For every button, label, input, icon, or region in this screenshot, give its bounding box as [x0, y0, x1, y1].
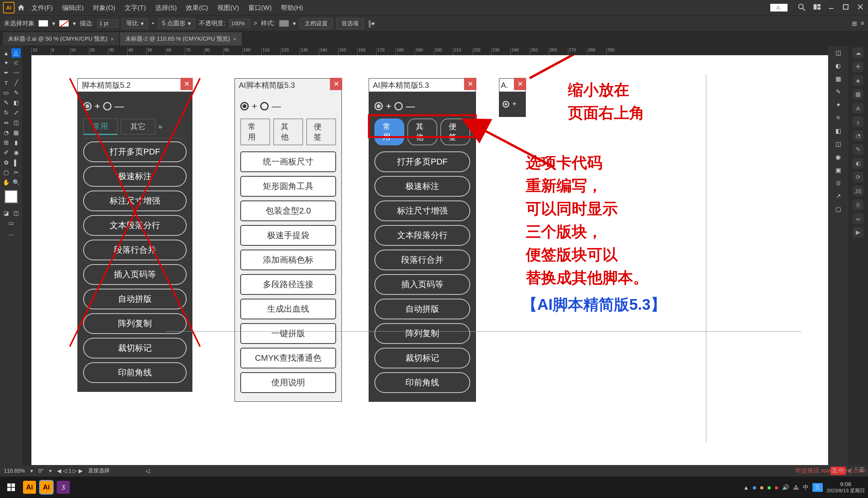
mini-panel-slot[interactable]: A. [770, 4, 788, 12]
menu-select[interactable]: 选择(S) [151, 2, 181, 14]
curvature-tool[interactable]: 〰 [11, 68, 21, 77]
doc-setup-button[interactable]: 文档设置 [300, 18, 333, 29]
rotate-tool[interactable]: ↻ [2, 108, 11, 117]
btn-color-label[interactable]: 添加画稿色标 [240, 250, 336, 270]
tab-close-icon[interactable]: × [110, 36, 114, 42]
btn-path-join[interactable]: 多段路径连接 [240, 274, 336, 295]
gradient-panel-icon[interactable]: ◧ [833, 126, 843, 136]
menu-help[interactable]: 帮助(H) [277, 2, 307, 14]
menu-type[interactable]: 文字(T) [121, 2, 150, 14]
btn-cmyk-pantone[interactable]: CMYK查找潘通色 [240, 348, 336, 368]
taskbar-clock[interactable]: 9:06 2023/8/13 星期日 [827, 481, 865, 494]
btn-round-corner[interactable]: 矩形圆角工具 [240, 176, 336, 197]
radio-on[interactable] [240, 102, 249, 110]
opacity-value[interactable]: 100% [229, 19, 250, 28]
mesh-tool[interactable]: ⊞ [2, 138, 11, 147]
menu-edit[interactable]: 编辑(E) [58, 2, 88, 14]
appearance-icon[interactable]: ◉ [833, 152, 843, 162]
start-icon[interactable] [3, 479, 19, 495]
doc-tab-1[interactable]: 未标题-2.ai @ 50 % (CMYK/CPU 预览)× [2, 32, 120, 46]
color-icon[interactable]: ◐ [833, 61, 843, 71]
free-transform-tool[interactable]: ◫ [11, 118, 21, 127]
shape-builder-tool[interactable]: ◔ [2, 128, 11, 137]
btn-open-pdf[interactable]: 打开多页PDF [374, 151, 470, 172]
btn-para-merge[interactable]: 段落行合并 [374, 250, 470, 270]
btn-text-split[interactable]: 文本段落分行 [374, 225, 470, 246]
ext10-icon[interactable]: JS [853, 186, 863, 196]
align-icon[interactable]: ╠▾ [368, 20, 375, 27]
fill-stroke-swatch[interactable] [5, 190, 18, 203]
btn-prepress-lines[interactable]: 印前角线 [374, 372, 470, 393]
lasso-tool[interactable]: ⊂ [11, 58, 21, 67]
radio-on[interactable] [83, 102, 92, 110]
magic-wand-tool[interactable]: ✦ [2, 58, 11, 67]
brush-preset[interactable]: 5 点圆形▾ [158, 18, 195, 29]
artboard-tool[interactable]: ▢ [2, 168, 11, 177]
ext13-icon[interactable]: ▶ [853, 227, 863, 238]
tab-common[interactable]: 常用 [374, 118, 404, 145]
ext7-icon[interactable]: ✎ [853, 144, 863, 155]
tab-notes[interactable]: 便签 [440, 118, 470, 145]
btn-auto-impose[interactable]: 自动拼版 [374, 299, 470, 319]
asset-export-icon[interactable]: ↗ [833, 191, 843, 201]
symbol-spray-tool[interactable]: ✿ [2, 158, 11, 167]
ext2-icon[interactable]: ♣ [853, 75, 863, 86]
btn-crop-marks[interactable]: 裁切标记 [83, 338, 187, 358]
panel-52-close[interactable]: ✕ [180, 78, 193, 90]
brush-tool[interactable]: ✎ [11, 88, 21, 97]
properties-icon[interactable]: ◫ [833, 48, 843, 58]
radio-on[interactable] [502, 101, 509, 108]
libraries-icon[interactable]: ☁ [853, 48, 863, 58]
search-icon[interactable] [797, 3, 807, 12]
home-icon[interactable] [16, 3, 26, 13]
btn-text-split[interactable]: 文本段落分行 [83, 215, 187, 236]
ext11-icon[interactable]: ⎘ [853, 199, 863, 210]
slice-tool[interactable]: ✂ [11, 168, 21, 177]
shaper-tool[interactable]: ✎ [2, 98, 11, 107]
type-tool[interactable]: T [2, 78, 11, 87]
btn-array-copy[interactable]: 阵列复制 [374, 323, 470, 344]
selection-tool[interactable]: ▲ [2, 48, 11, 58]
tray-app-icon[interactable]: ■ [774, 484, 778, 491]
gradient-tool[interactable]: ▮ [11, 138, 21, 147]
btn-crop-marks[interactable]: 裁切标记 [374, 348, 470, 368]
task-ai-2[interactable]: Ai [40, 481, 53, 494]
zoom-tool[interactable]: 🔍 [11, 178, 21, 187]
btn-handbag[interactable]: 极速手提袋 [240, 225, 336, 246]
radio-off[interactable] [260, 102, 269, 110]
panel-53-light-close[interactable]: ✕ [330, 78, 342, 90]
panel-52-tab-common[interactable]: 常用 [83, 118, 118, 135]
panel-52-expand[interactable]: » [158, 123, 162, 131]
btn-unify-artboard[interactable]: 统一画板尺寸 [240, 151, 336, 172]
stroke-weight[interactable]: 1 pt [97, 19, 118, 28]
artboard-nav[interactable]: ◀ ◁ 1 ▷ ▶ [57, 468, 83, 474]
menu-object[interactable]: 对象(O) [89, 2, 119, 14]
btn-box-type[interactable]: 包装盒型2.0 [240, 201, 336, 221]
eraser-tool[interactable]: ◧ [11, 98, 21, 107]
menu-window[interactable]: 窗口(W) [244, 2, 276, 14]
maximize-icon[interactable] [843, 4, 850, 12]
swatches-icon[interactable]: ▦ [833, 74, 843, 84]
close-window-icon[interactable] [857, 4, 865, 12]
tray-up-icon[interactable]: ▲ [743, 484, 749, 491]
pen-tool[interactable]: ✒ [2, 68, 11, 77]
tab-notes[interactable]: 便签 [306, 118, 336, 145]
style-swatch[interactable] [279, 20, 289, 27]
btn-page-number[interactable]: 插入页码等 [83, 264, 187, 285]
zoom-level[interactable]: 110.65% [4, 468, 25, 474]
prefs-button[interactable]: 首选项 [336, 18, 364, 29]
btn-one-click-impose[interactable]: 一键拼版 [240, 323, 336, 344]
tray-ime-cn[interactable]: 中 [803, 484, 809, 491]
ext4-icon[interactable]: A [853, 103, 863, 113]
tab-other[interactable]: 其他 [407, 118, 437, 145]
tray-app-icon[interactable]: ■ [767, 484, 771, 491]
tab-close-icon[interactable]: × [233, 36, 236, 42]
radio-off[interactable] [394, 102, 403, 110]
panel-menu-icon[interactable]: ≡ [861, 20, 864, 27]
stroke-swatch[interactable] [59, 20, 69, 27]
graphic-styles-icon[interactable]: ▣ [833, 165, 843, 175]
tray-ime-wubi[interactable]: 五 [812, 483, 823, 492]
tray-network-icon[interactable]: 🖧 [793, 484, 799, 491]
hand-tool[interactable]: ✋ [2, 178, 11, 187]
panel-52-tab-other[interactable]: 其它 [121, 119, 155, 135]
